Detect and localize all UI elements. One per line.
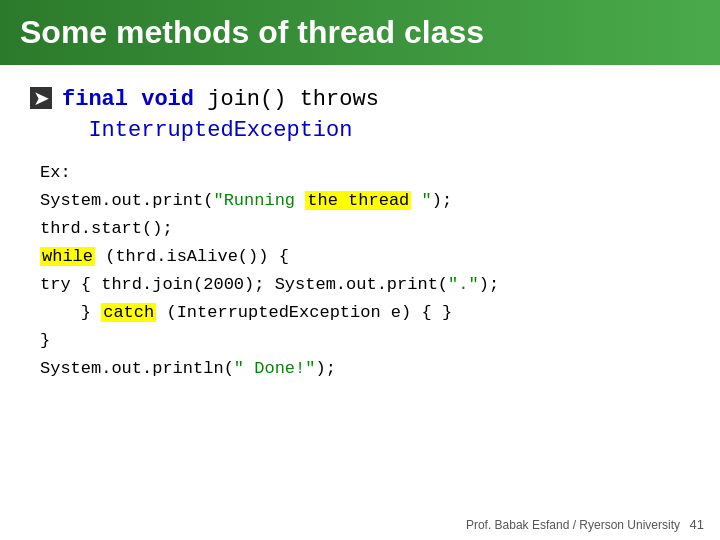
footer-label: Prof. Babak Esfand / Ryerson University: [466, 518, 680, 532]
method-line1: final void join() throws: [62, 85, 379, 116]
exception-name: InterruptedException: [88, 118, 352, 143]
keyword-void: void: [141, 87, 207, 112]
slide-content: ➤ final void join() throws InterruptedEx…: [0, 85, 720, 383]
throws-keyword: throws: [300, 87, 379, 112]
code-line-5: try { thrd.join(2000); System.out.print(…: [40, 271, 690, 299]
code-line-8: System.out.println(" Done!");: [40, 355, 690, 383]
bullet-arrow: ➤: [30, 87, 52, 109]
method-line2: InterruptedException: [62, 116, 379, 147]
code-line-2: System.out.print("Running the thread ");: [40, 187, 690, 215]
bullet-item: ➤ final void join() throws InterruptedEx…: [30, 85, 690, 147]
method-signature-block: final void join() throws InterruptedExce…: [62, 85, 379, 147]
slide-title: Some methods of thread class: [20, 14, 484, 50]
method-join: join(): [207, 87, 299, 112]
footer-text: Prof. Babak Esfand / Ryerson University: [466, 518, 680, 532]
title-bar: Some methods of thread class: [0, 0, 720, 65]
code-line-6: } catch (InterruptedException e) { }: [40, 299, 690, 327]
code-line-3: thrd.start();: [40, 215, 690, 243]
page-number: 41: [690, 517, 704, 532]
code-block: Ex: System.out.print("Running the thread…: [40, 159, 690, 383]
code-line-4: while (thrd.isAlive()) {: [40, 243, 690, 271]
slide: Some methods of thread class ➤ final voi…: [0, 0, 720, 540]
code-line-1: Ex:: [40, 159, 690, 187]
code-line-7: }: [40, 327, 690, 355]
keyword-final: final: [62, 87, 141, 112]
